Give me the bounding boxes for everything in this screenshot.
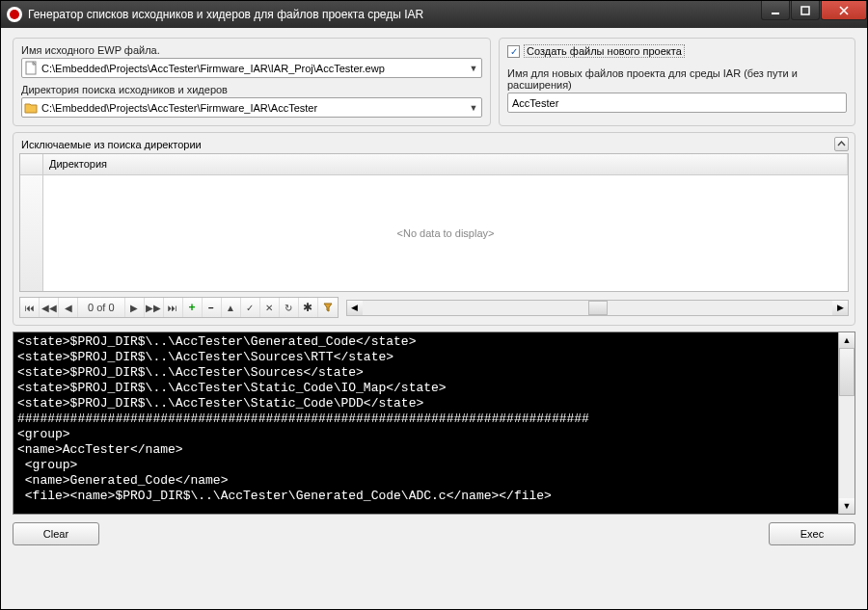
grid-gutter [20, 175, 43, 291]
nav-post-button[interactable]: ✓ [241, 298, 260, 317]
app-icon [7, 7, 22, 22]
ewp-combo[interactable]: C:\Embedded\Projects\AccTester\Firmware_… [21, 58, 482, 78]
svg-rect-0 [772, 13, 779, 14]
col-directory[interactable]: Директория [43, 154, 848, 174]
maximize-button[interactable] [791, 1, 820, 20]
newname-input[interactable]: AccTester [507, 93, 847, 113]
console-panel: <state>$PROJ_DIR$\..\AccTester\Generated… [13, 332, 855, 515]
funnel-icon [323, 303, 333, 312]
file-icon [22, 61, 40, 75]
nav-prev-button[interactable]: ◀ [59, 298, 78, 317]
chevron-down-icon[interactable]: ▼ [466, 64, 481, 73]
nav-next-button[interactable]: ▶ [125, 298, 145, 317]
nav-bookmark-button[interactable]: ✱ [299, 298, 318, 317]
chevron-up-icon [837, 140, 846, 148]
nav-add-button[interactable]: + [183, 298, 203, 317]
newproj-panel: ✓ Создать файлы нового проекта Имя для н… [499, 38, 855, 126]
maximize-icon [800, 6, 810, 15]
scroll-left-icon[interactable]: ◀ [347, 301, 363, 315]
console-vscrollbar[interactable]: ▲ ▼ [838, 332, 854, 514]
ewp-label: Имя исходного EWP файла. [21, 44, 482, 56]
folder-icon [22, 102, 40, 114]
scroll-up-icon[interactable]: ▲ [839, 332, 854, 348]
nav-nextpage-button[interactable]: ▶▶ [145, 298, 164, 317]
scroll-track[interactable] [363, 301, 832, 315]
app-window: Генератор списков исходников и хидеров д… [0, 0, 868, 610]
searchdir-combo[interactable]: C:\Embedded\Projects\AccTester\Firmware_… [21, 97, 482, 118]
grid-empty: <No data to display> [43, 175, 848, 291]
close-button[interactable] [821, 1, 867, 20]
window-title: Генератор списков исходников и хидеров д… [28, 8, 760, 21]
scroll-thumb[interactable] [588, 301, 608, 315]
console-output[interactable]: <state>$PROJ_DIR$\..\AccTester\Generated… [14, 332, 838, 514]
minimize-button[interactable] [761, 1, 790, 20]
nav-cancel-button[interactable]: ✕ [260, 298, 280, 317]
nav-filter-button[interactable] [318, 298, 338, 317]
nav-remove-button[interactable]: − [203, 298, 222, 317]
create-project-label[interactable]: Создать файлы нового проекта [524, 44, 685, 58]
titlebar[interactable]: Генератор списков исходников и хидеров д… [1, 1, 867, 28]
scroll-right-icon[interactable]: ▶ [832, 301, 848, 315]
scroll-track[interactable] [839, 348, 854, 498]
clear-button[interactable]: Clear [13, 522, 99, 545]
excludes-title: Исключаемые из поиска директории [19, 139, 203, 150]
create-project-checkbox[interactable]: ✓ [507, 45, 520, 58]
grid-hscrollbar[interactable]: ◀ ▶ [346, 300, 849, 316]
scroll-down-icon[interactable]: ▼ [839, 498, 854, 514]
nav-prevpage-button[interactable]: ◀◀ [40, 298, 59, 317]
nav-edit-button[interactable]: ▲ [222, 298, 241, 317]
excludes-group: Исключаемые из поиска директории Директо… [13, 132, 855, 326]
collapse-button[interactable] [834, 137, 849, 151]
nav-refresh-button[interactable]: ↻ [280, 298, 299, 317]
nav-last-button[interactable]: ⏭ [164, 298, 183, 317]
close-icon [839, 6, 849, 15]
excludes-grid: Директория <No data to display> [19, 153, 849, 292]
grid-navigator: ⏮ ◀◀ ◀ 0 of 0 ▶ ▶▶ ⏭ + − ▲ ✓ ✕ ↻ ✱ [19, 297, 339, 318]
scroll-thumb[interactable] [839, 348, 854, 396]
source-panel: Имя исходного EWP файла. C:\Embedded\Pro… [13, 38, 491, 126]
minimize-icon [771, 6, 780, 15]
exec-button[interactable]: Exec [769, 522, 855, 545]
ewp-path: C:\Embedded\Projects\AccTester\Firmware_… [40, 63, 466, 74]
svg-rect-1 [801, 7, 809, 14]
chevron-down-icon[interactable]: ▼ [466, 103, 481, 113]
newname-label: Имя для новых файлов проекта для среды I… [507, 67, 847, 91]
nav-counter: 0 of 0 [78, 298, 125, 317]
grid-gutter-header [20, 154, 43, 174]
nav-first-button[interactable]: ⏮ [20, 298, 40, 317]
searchdir-label: Директория поиска исходников и хидеров [21, 84, 482, 95]
searchdir-path: C:\Embedded\Projects\AccTester\Firmware_… [40, 102, 466, 114]
